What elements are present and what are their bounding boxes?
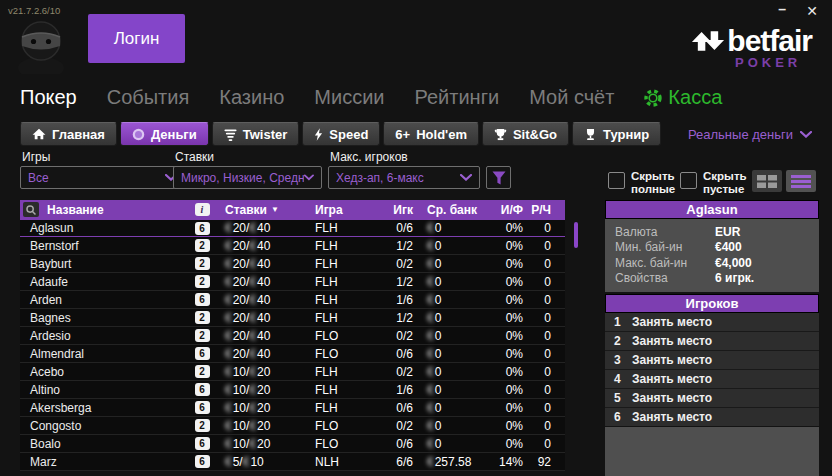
tab-деньги[interactable]: Деньги — [120, 122, 209, 146]
login-button[interactable]: Логин — [88, 14, 185, 63]
list-view-button[interactable] — [786, 170, 816, 192]
nav-label: Казино — [219, 86, 284, 109]
cell-ph: 0 — [523, 239, 565, 253]
cell-game: FLO — [303, 437, 367, 451]
cell-name: Boalo — [20, 437, 189, 451]
minimize-button[interactable]: – — [778, 1, 786, 17]
table-details-panel: ВалютаEURМин. бай-ин€400Макс. бай-ин€4,0… — [605, 219, 819, 292]
search-button[interactable] — [23, 202, 39, 217]
table-row[interactable]: Altino6€10/€20FLH1/6€00%0 — [20, 381, 565, 399]
funnel-icon — [492, 171, 506, 185]
info-icon[interactable]: i — [195, 203, 210, 216]
home-icon — [32, 128, 46, 140]
nav-item[interactable]: События — [107, 86, 190, 109]
column-players[interactable]: Игк — [367, 203, 413, 217]
seat-count-badge: 6 — [195, 437, 210, 450]
cell-avg-pot: €0 — [413, 293, 479, 307]
seat-row[interactable]: 4Занять место — [605, 370, 819, 388]
cell-ph: 92 — [523, 455, 565, 469]
detail-label: Свойства — [615, 271, 715, 286]
cell-stakes: €10/€20 — [215, 383, 303, 397]
lobby-tabs: ГлавнаяДеньгиTwisterSpeed6+Hold'emSit&Go… — [20, 122, 661, 146]
table-row[interactable]: Bernstorf2€20/€40FLH1/2€00%0 — [20, 237, 565, 255]
column-if-pct[interactable]: И/Ф — [479, 203, 523, 217]
cell-players: 0/2 — [367, 257, 413, 271]
table-row[interactable]: Arden6€20/€40FLH1/6€00%0 — [20, 291, 565, 309]
tab-twister[interactable]: Twister — [212, 122, 300, 146]
cell-stakes: €10/€20 — [215, 365, 303, 379]
column-ph[interactable]: Р/Ч — [523, 203, 565, 217]
stakes-filter-dropdown[interactable]: Микро, Низкие, Средние,... — [173, 166, 322, 189]
table-row[interactable]: Bagnes2€20/€40FLH1/2€00%0 — [20, 309, 565, 327]
seat-count-badge: 6 — [195, 455, 210, 468]
blurred-currency: € — [427, 365, 434, 379]
column-avg-pot[interactable]: Ср. банк — [413, 203, 479, 217]
hide-empty-toggle[interactable]: Скрыть пустые — [680, 170, 747, 195]
take-seat-label: Занять место — [632, 391, 712, 405]
seat-row[interactable]: 3Занять место — [605, 351, 819, 369]
tab-sit-go[interactable]: Sit&Go — [482, 122, 569, 146]
cell-stakes: €20/€40 — [215, 275, 303, 289]
seat-row[interactable]: 1Занять место — [605, 313, 819, 331]
cell-players: 1/6 — [367, 293, 413, 307]
column-name[interactable]: Название — [47, 203, 104, 217]
blurred-currency: € — [427, 347, 434, 361]
table-row[interactable]: Adaufe2€20/€40FLH1/2€00%0 — [20, 273, 565, 291]
tab-турнир[interactable]: Турнир — [572, 122, 661, 146]
table-row[interactable]: Aglasun6€20/€40FLH0/6€00%0 — [20, 219, 565, 237]
grid-view-button[interactable] — [752, 170, 782, 192]
table-row[interactable]: Bayburt2€20/€40FLH0/2€00%0 — [20, 255, 565, 273]
nav-item[interactable]: Миссии — [314, 86, 384, 109]
tab-speed[interactable]: Speed — [302, 122, 380, 146]
advanced-filter-button[interactable] — [486, 166, 511, 189]
tab-главная[interactable]: Главная — [20, 122, 117, 146]
blurred-currency: € — [249, 239, 256, 253]
nav-item[interactable]: Казино — [219, 86, 284, 109]
tab-label: Деньги — [151, 127, 197, 142]
table-row[interactable]: Akersberga6€10/€20FLH0/6€00%0 — [20, 399, 565, 417]
table-row[interactable]: Ardesio2€20/€40FLO0/2€00%0 — [20, 327, 565, 345]
table-row[interactable]: Almendral6€20/€40FLO0/6€00%0 — [20, 345, 565, 363]
hide-full-checkbox[interactable] — [608, 172, 625, 189]
table-row[interactable]: Marz6€5/€10NLH6/6€257.5814%92 — [20, 453, 565, 471]
tab-hold-em[interactable]: 6+Hold'em — [383, 122, 479, 146]
cell-game: FLO — [303, 329, 367, 343]
table-row[interactable]: Acebo2€10/€20FLH0/2€00%0 — [20, 363, 565, 381]
cell-name: Akersberga — [20, 401, 189, 415]
seat-row[interactable]: 6Занять место — [605, 408, 819, 426]
column-game[interactable]: Игра — [303, 203, 367, 217]
cell-name: Congosto — [20, 419, 189, 433]
max-players-filter-dropdown[interactable]: Хедз-ап, 6-макс — [328, 166, 480, 189]
seat-row[interactable]: 2Занять место — [605, 332, 819, 350]
table-row[interactable]: Congosto2€10/€20FLO0/2€00%0 — [20, 417, 565, 435]
nav-item[interactable]: Касса — [644, 86, 722, 109]
cell-stakes: €20/€40 — [215, 311, 303, 325]
blurred-currency: € — [225, 239, 232, 253]
blurred-currency: € — [427, 275, 434, 289]
detail-row: ВалютаEUR — [615, 225, 809, 240]
money-mode-label: Реальные деньги — [688, 127, 793, 142]
hide-empty-checkbox[interactable] — [680, 172, 697, 189]
cell-game: FLH — [303, 311, 367, 325]
detail-value: €400 — [715, 240, 742, 255]
table-scrollbar-thumb[interactable] — [574, 222, 578, 248]
cell-if-pct: 0% — [479, 221, 523, 235]
column-stakes[interactable]: Ставки ▼ — [215, 203, 303, 217]
nav-item[interactable]: Покер — [20, 86, 77, 109]
stakes-filter-value: Микро, Низкие, Средние,... — [181, 171, 304, 185]
nav-label: События — [107, 86, 190, 109]
players-panel-title: Игроков — [605, 294, 819, 313]
hide-full-label-line2: полные — [631, 183, 675, 196]
detail-value: EUR — [715, 225, 740, 240]
close-button[interactable]: ✕ — [806, 3, 818, 19]
nav-item[interactable]: Мой счёт — [529, 86, 614, 109]
avatar[interactable] — [8, 16, 74, 74]
nav-item[interactable]: Рейтинги — [415, 86, 500, 109]
table-row[interactable]: Boalo6€10/€20FLO0/6€00%0 — [20, 435, 565, 453]
money-mode-selector[interactable]: Реальные деньги — [688, 127, 812, 142]
take-seat-label: Занять место — [632, 353, 712, 367]
hide-full-toggle[interactable]: Скрыть полные — [608, 170, 675, 195]
cell-name: Arden — [20, 293, 189, 307]
seat-row[interactable]: 5Занять место — [605, 389, 819, 407]
games-filter-dropdown[interactable]: Все — [20, 166, 185, 189]
